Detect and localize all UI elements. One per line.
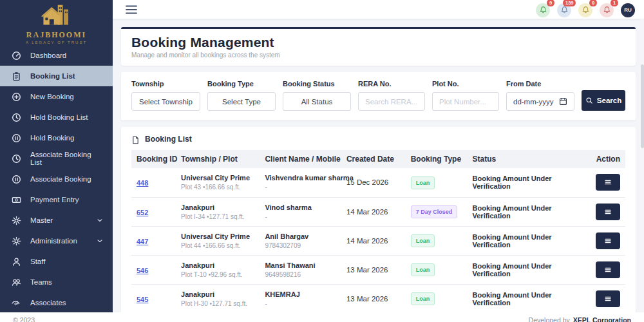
col-booking-id: Booking ID [131,150,176,168]
sidebar-nav: Dashboard Booking List New Booking Hold … [0,45,113,313]
col-created-date: Created Date [341,150,406,168]
table-header-row: Booking ID Township / Plot Client Name /… [131,150,625,168]
sidebar-item-label: Associate Booking [30,175,91,183]
booking-status-filter: Booking Status All Status [283,80,351,111]
col-status: Status [468,150,576,168]
sidebar-item-label: New Booking [30,93,74,100]
bell-icon [560,6,569,14]
hamburger-menu-icon[interactable] [126,5,137,14]
notification-count-badge: 9 [547,0,554,6]
client-name: Mansi Thawani [265,261,336,269]
col-booking-type: Booking Type [406,150,468,168]
row-action-button[interactable] [596,232,620,249]
gear-icon [12,216,21,225]
from-date-input[interactable]: dd-mm-yyyy [506,92,574,111]
sidebar-item-master[interactable]: Master [0,210,113,231]
client-mobile: 9649598216 [265,271,336,278]
topbar: 9 139 0 1 RU [113,0,644,19]
township-name: Janakpuri [181,204,254,211]
sidebar-item-associate-booking-list[interactable]: Associate Booking List [0,148,113,169]
sidebar-item-label: Hold Booking List [30,113,88,121]
topbar-actions: 9 139 0 1 RU [536,2,635,17]
sidebar-item-administration[interactable]: Administration [0,231,113,251]
sidebar-item-booking-list[interactable]: Booking List [0,66,113,86]
sidebar-item-new-booking[interactable]: New Booking [0,86,113,107]
sidebar-item-label: Booking List [30,72,75,80]
notification-count-badge: 0 [589,0,597,6]
pause-circle-icon [12,175,21,184]
sidebar-item-associates[interactable]: Associates [0,292,113,313]
booking-status-select[interactable]: All Status [283,92,351,111]
handshake-icon [12,298,21,308]
people-icon [12,278,21,287]
row-action-button[interactable] [596,261,620,278]
created-date: 15 Dec 2026 [341,168,406,197]
booking-type-badge: 7 Day Closed [411,205,458,218]
booking-id-link[interactable]: 545 [137,296,148,303]
chevron-down-icon [96,216,104,224]
col-action: Action [576,150,625,168]
booking-type-select[interactable]: Select Type [207,92,276,111]
booking-id-link[interactable]: 448 [137,179,148,187]
row-action-button[interactable] [596,204,620,220]
notification-bell-yellow[interactable]: 0 [578,3,592,17]
rera-filter: RERA No. [358,80,425,111]
sidebar-item-staff[interactable]: Staff [0,251,113,272]
rera-search-input[interactable] [358,92,425,111]
status-text: Booking Amount Under Verification [468,168,576,197]
notification-bell-blue[interactable]: 139 [557,3,571,17]
person-icon [12,257,21,267]
client-name: Vinod sharma [265,204,336,211]
sidebar-item-label: Hold Booking [30,134,74,142]
sidebar-item-associate-booking[interactable]: Associate Booking [0,169,113,189]
sidebar-item-label: Dashboard [30,52,66,59]
user-avatar[interactable]: RU [621,3,635,17]
sidebar-item-teams[interactable]: Teams [0,272,113,292]
booking-id-link[interactable]: 447 [137,238,148,245]
booking-table: Booking ID Township / Plot Client Name /… [131,150,625,312]
row-action-button[interactable] [596,174,620,191]
sidebar-item-label: Administration [30,237,77,245]
scrollbar-thumb[interactable] [641,64,644,148]
booking-id-link[interactable]: 546 [137,267,148,274]
plot-number-input[interactable] [432,92,499,111]
created-date: 14 Mar 2026 [341,197,406,226]
client-mobile: - [265,184,336,191]
township-filter-label: Township [131,80,200,88]
created-date: 13 Mar 2026 [341,255,406,284]
township-filter: Township Select Township [131,80,200,111]
notification-count-badge: 1 [611,0,618,6]
notification-bell-red[interactable]: 1 [600,3,614,17]
page-scrollbar [640,19,644,312]
from-date-filter-label: From Date [506,80,574,88]
page-title: Booking Management [131,35,625,50]
brand-logo: RAJBHOOMI A LEGACY OF TRUST [0,0,113,41]
brand-tagline: A LEGACY OF TRUST [0,41,113,44]
row-action-button[interactable] [596,290,620,307]
sidebar-item-dashboard[interactable]: Dashboard [0,45,113,66]
notification-bell-green[interactable]: 9 [536,3,550,17]
booking-id-link[interactable]: 652 [137,209,148,216]
sidebar-item-hold-booking[interactable]: Hold Booking [0,128,113,148]
client-name: Anil Bhargav [265,232,336,240]
copyright-text: © 2023 [13,316,35,322]
sidebar: RAJBHOOMI A LEGACY OF TRUST Dashboard Bo… [0,0,113,312]
plot-detail: Plot T-10 •92.96 sq.ft. [181,271,254,278]
sidebar-item-label: Staff [30,258,45,265]
client-name: KHEMRAJ [265,290,336,298]
status-text: Booking Amount Under Verification [468,197,576,226]
sidebar-item-payment-entry[interactable]: Payment Entry [0,189,113,210]
booking-type-filter: Booking Type Select Type [207,80,276,111]
notification-count-badge: 139 [563,0,576,6]
cash-icon [12,195,21,205]
pause-circle-icon [12,133,21,143]
township-name: Universal City Prime [181,174,254,182]
township-name: Universal City Prime [181,232,254,240]
created-date: 13 Mar 2026 [341,284,406,312]
date-value: dd-mm-yyyy [513,98,554,106]
client-mobile: - [265,300,336,307]
table-row: 448 Universal City PrimePlot 43 •166.66 … [131,168,625,197]
search-button[interactable]: Search [582,90,625,111]
sidebar-item-hold-booking-list[interactable]: Hold Booking List [0,107,113,128]
township-select[interactable]: Select Township [131,92,200,111]
